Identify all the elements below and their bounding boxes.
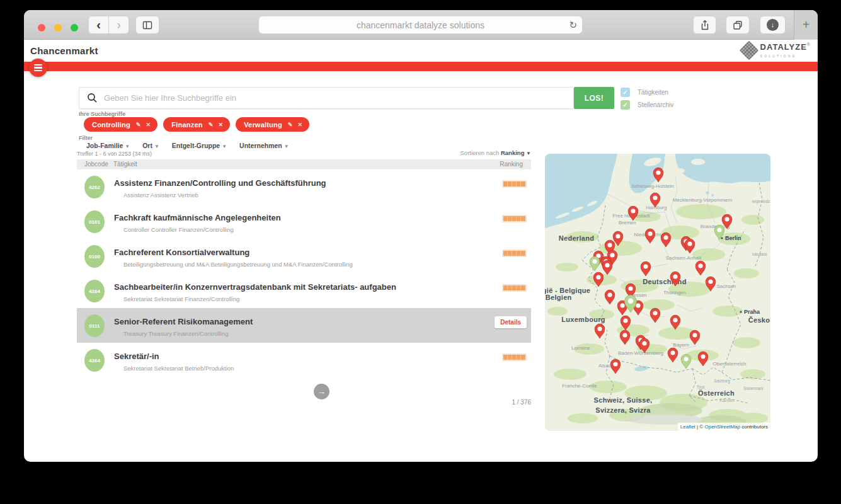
share-button[interactable] (693, 16, 716, 34)
filter-job-familie[interactable]: Job-Familie ▼ (86, 142, 130, 149)
accent-bar (24, 62, 818, 71)
tag-finanzen[interactable]: Finanzen ✎ ✕ (163, 117, 230, 132)
jobcode-badge: 4262 (84, 176, 105, 198)
url-input[interactable] (259, 16, 582, 33)
search-terms-label: Ihre Suchbegriffe (79, 111, 125, 117)
downloads-button[interactable]: ↓ (760, 16, 786, 34)
chevron-down-icon: ▼ (526, 151, 531, 156)
map-label: Nederland (559, 234, 595, 242)
share-icon (699, 19, 711, 32)
remove-tag-icon[interactable]: ✕ (298, 122, 303, 128)
search-icon (87, 93, 98, 103)
remove-tag-icon[interactable]: ✕ (218, 122, 223, 128)
ranking-bar (502, 180, 527, 188)
reload-icon[interactable]: ↻ (569, 20, 577, 31)
tag-controlling[interactable]: Controlling ✎ ✕ (84, 117, 157, 132)
jobcode-badge: 4264 (84, 349, 105, 372)
job-subtitle: Assistenz Assistenz Vertrieb (123, 192, 198, 198)
new-tab-button[interactable]: + (794, 10, 818, 40)
minimize-window-button[interactable] (54, 24, 62, 32)
column-jobcode: Jobcode (84, 161, 108, 168)
map-label: - Belgien (545, 294, 572, 301)
chevron-down-icon: ▼ (222, 144, 227, 149)
map-label: Österreich (698, 389, 735, 397)
close-window-button[interactable] (38, 24, 45, 32)
ranking-bar (502, 249, 527, 257)
job-subtitle: Controller Controller Finanzen/Controlli… (123, 226, 234, 233)
taetigkeiten-checkbox[interactable]: ✓ (621, 88, 630, 97)
filter-entgelt-gruppe[interactable]: Entgelt-Gruppe ▼ (172, 142, 227, 149)
page-title: Chancenmarkt (30, 45, 98, 56)
map-label: Oberösterreich (713, 361, 747, 367)
map-label: Praha (744, 309, 760, 315)
next-page-button[interactable]: → (314, 384, 329, 399)
table-row-selected[interactable]: 0111 Senior-Referent Risikomanagement Tr… (77, 308, 531, 343)
tag-verwaltung[interactable]: Verwaltung ✎ ✕ (236, 117, 309, 132)
search-box[interactable] (79, 87, 574, 109)
edit-tag-icon[interactable]: ✎ (288, 122, 293, 128)
jobcode-badge: 0100 (84, 245, 105, 268)
map-label: Luxembourg (561, 316, 605, 323)
jobcode-badge: 4264 (84, 280, 105, 302)
stellenarchiv-checkbox[interactable]: ✓ (621, 100, 630, 110)
table-row[interactable]: 4262 Assistenz Finanzen/Controlling und … (77, 169, 531, 204)
map-container[interactable]: Schleswig-HolsteinMecklenburg-Vorpommern… (545, 154, 770, 431)
table-row[interactable]: 4264 Sachbearbeiter/in Konzernvertragsda… (77, 273, 531, 308)
map-label: Thüringen (663, 290, 686, 295)
back-button[interactable]: ‹ (88, 16, 109, 34)
sort-value: Ranking (501, 149, 524, 156)
datalyze-logo: DATALYZE® SOLUTIONS (742, 41, 810, 60)
menu-button[interactable] (29, 59, 47, 77)
remove-tag-icon[interactable]: ✕ (146, 122, 151, 128)
results-table: Jobcode Tätigkeit Ranking 4262 Assistenz… (77, 159, 531, 377)
search-input[interactable] (104, 93, 573, 103)
table-row[interactable]: 4264 Sekretär/-in Sekretariat Sekretaria… (77, 343, 531, 377)
hamburger-icon (34, 64, 42, 66)
column-ranking: Ranking (500, 161, 523, 168)
map-label: Česko (748, 316, 770, 324)
map-label: Bayern (673, 342, 689, 348)
map-svg: Schleswig-HolsteinMecklenburg-Vorpommern… (545, 154, 770, 431)
sidebar-icon (141, 19, 154, 32)
map-label: wojewódz. (752, 199, 770, 204)
column-taetigkeit: Tätigkeit (113, 161, 137, 168)
edit-tag-icon[interactable]: ✎ (209, 122, 214, 128)
forward-button[interactable]: › (108, 16, 129, 34)
map-label: Kärnten (720, 398, 735, 403)
ranking-bar (502, 284, 527, 292)
map-city-dot (721, 237, 723, 239)
filter-unternehmen[interactable]: Unternehmen ▼ (239, 142, 289, 149)
table-row[interactable]: 0100 Fachreferent Konsortialverwaltung B… (77, 239, 531, 273)
job-subtitle: Beteiligungsbetreuung und M&A Beteiligun… (123, 261, 353, 268)
map-label: Lorraine (571, 345, 590, 351)
chevron-down-icon: ▼ (154, 144, 159, 149)
table-row[interactable]: 0101 Fachkraft kaufmännische Angelegenhe… (77, 204, 531, 239)
search-submit-button[interactable]: LOS! (574, 87, 614, 109)
job-title: Assistenz Finanzen/Controlling und Gesch… (114, 178, 326, 188)
search-term-tags: Controlling ✎ ✕ Finanzen ✎ ✕ Verwaltung … (84, 117, 309, 132)
map-label: Franche-Comté (562, 383, 597, 389)
ranking-bar (502, 215, 527, 222)
job-subtitle: Sekretariat Sekretariat Betrieb/Produkti… (123, 365, 234, 372)
filter-ort[interactable]: Ort ▼ (142, 142, 159, 149)
job-subtitle: Sekretariat Sekretariat Finanzen/Control… (123, 295, 239, 302)
edit-tag-icon[interactable]: ✎ (136, 122, 141, 128)
job-title: Sachbearbeiter/in Konzernvertragsdatenba… (114, 282, 396, 292)
map-attribution: Leaflet | © OpenStreetMap contributors (678, 423, 770, 431)
sort-control[interactable]: Sortieren nach Ranking ▼ (430, 149, 531, 156)
browser-window: ‹ › ↻ ↓ + (24, 10, 818, 462)
zoom-window-button[interactable] (71, 24, 78, 32)
download-icon: ↓ (767, 19, 779, 31)
filter-label: Filter (79, 135, 93, 141)
map-label: Bremen (619, 220, 636, 226)
filter-row: Job-Familie ▼ Ort ▼ Entgelt-Gruppe ▼ Unt… (86, 142, 289, 149)
address-bar[interactable]: ↻ (258, 16, 583, 34)
job-title: Fachkraft kaufmännische Angelegenheiten (114, 213, 281, 222)
leaflet-link[interactable]: Leaflet (680, 424, 695, 430)
ranking-bar (502, 353, 527, 361)
openstreetmap-link[interactable]: OpenStreetMap (704, 424, 740, 430)
sidebar-toggle-button[interactable] (135, 16, 159, 34)
tab-overview-button[interactable] (726, 16, 750, 34)
details-button[interactable]: Details (495, 316, 527, 328)
map-label: Sachsen (716, 284, 736, 289)
